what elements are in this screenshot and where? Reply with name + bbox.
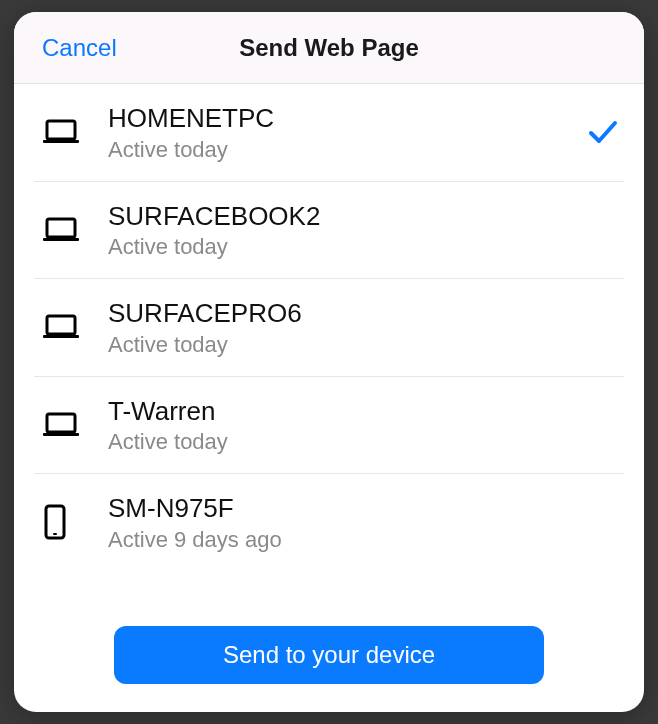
svg-rect-7 xyxy=(43,433,79,436)
sheet-title: Send Web Page xyxy=(239,34,419,62)
checkmark-icon xyxy=(576,119,624,145)
device-status: Active 9 days ago xyxy=(108,527,576,553)
device-text: HOMENETPC Active today xyxy=(108,102,576,163)
device-row[interactable]: SM-N975F Active 9 days ago xyxy=(34,474,624,571)
sheet-footer: Send to your device xyxy=(14,614,644,712)
device-status: Active today xyxy=(108,234,576,260)
sheet-header: Cancel Send Web Page xyxy=(14,12,644,84)
cancel-button[interactable]: Cancel xyxy=(42,34,117,62)
laptop-icon xyxy=(38,217,108,243)
laptop-icon xyxy=(38,314,108,340)
svg-rect-5 xyxy=(43,335,79,338)
device-status: Active today xyxy=(108,332,576,358)
send-button[interactable]: Send to your device xyxy=(114,626,544,684)
phone-icon xyxy=(38,504,108,540)
svg-rect-2 xyxy=(47,219,75,237)
device-row[interactable]: SURFACEPRO6 Active today xyxy=(34,279,624,377)
device-row[interactable]: SURFACEBOOK2 Active today xyxy=(34,182,624,280)
device-text: SURFACEBOOK2 Active today xyxy=(108,200,576,261)
device-name: SURFACEBOOK2 xyxy=(108,200,576,233)
svg-rect-0 xyxy=(47,121,75,139)
device-text: SM-N975F Active 9 days ago xyxy=(108,492,576,553)
device-list: HOMENETPC Active today SURFACEBOOK2 Acti… xyxy=(14,84,644,614)
device-text: T-Warren Active today xyxy=(108,395,576,456)
device-name: SM-N975F xyxy=(108,492,576,525)
device-name: T-Warren xyxy=(108,395,576,428)
svg-rect-9 xyxy=(53,533,57,535)
device-text: SURFACEPRO6 Active today xyxy=(108,297,576,358)
device-name: SURFACEPRO6 xyxy=(108,297,576,330)
svg-rect-1 xyxy=(43,140,79,143)
svg-rect-3 xyxy=(43,238,79,241)
device-status: Active today xyxy=(108,137,576,163)
device-row[interactable]: HOMENETPC Active today xyxy=(34,84,624,182)
device-name: HOMENETPC xyxy=(108,102,576,135)
svg-rect-4 xyxy=(47,316,75,334)
svg-rect-6 xyxy=(47,414,75,432)
laptop-icon xyxy=(38,119,108,145)
device-row[interactable]: T-Warren Active today xyxy=(34,377,624,475)
laptop-icon xyxy=(38,412,108,438)
device-status: Active today xyxy=(108,429,576,455)
send-page-sheet: Cancel Send Web Page HOMENETPC Active to… xyxy=(14,12,644,712)
